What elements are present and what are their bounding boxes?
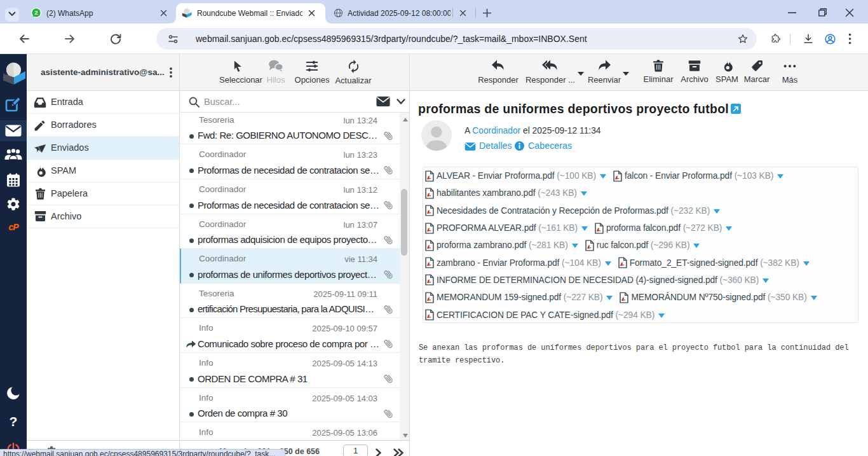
svg-text:2: 2: [34, 9, 37, 16]
